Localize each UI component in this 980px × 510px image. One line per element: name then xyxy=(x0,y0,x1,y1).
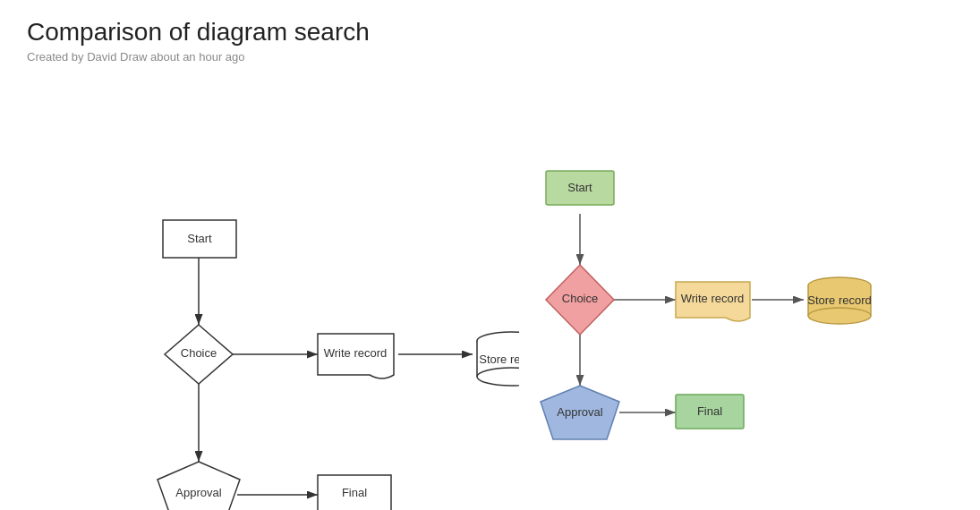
left-start-label: Start xyxy=(187,232,212,245)
right-choice-label: Choice xyxy=(562,292,598,305)
diagram-right: Start Choice Write record Store record A… xyxy=(519,81,949,484)
right-store-label: Store record xyxy=(807,293,872,307)
left-store-label: Store record xyxy=(479,353,519,366)
right-diagram-svg: Start Choice Write record Store record A… xyxy=(519,81,949,484)
left-final-label: Final xyxy=(342,486,367,499)
left-approval-label: Approval xyxy=(175,486,221,499)
right-write-label: Write record xyxy=(681,292,745,305)
right-store-bottom xyxy=(808,308,871,324)
page-subtitle: Created by David Draw about an hour ago xyxy=(27,50,953,64)
left-write-label: Write record xyxy=(324,346,388,360)
left-choice-label: Choice xyxy=(181,346,217,360)
right-start-label: Start xyxy=(567,181,592,194)
right-final-label: Final xyxy=(697,404,722,418)
left-diagram-svg: Start Choice Write record Store record A… xyxy=(27,81,519,510)
diagrams-container: Start Choice Write record Store record A… xyxy=(27,81,953,510)
diagram-left: Start Choice Write record Store record A… xyxy=(27,81,519,510)
right-approval-label: Approval xyxy=(557,405,602,419)
page-title: Comparison of diagram search xyxy=(27,18,953,47)
